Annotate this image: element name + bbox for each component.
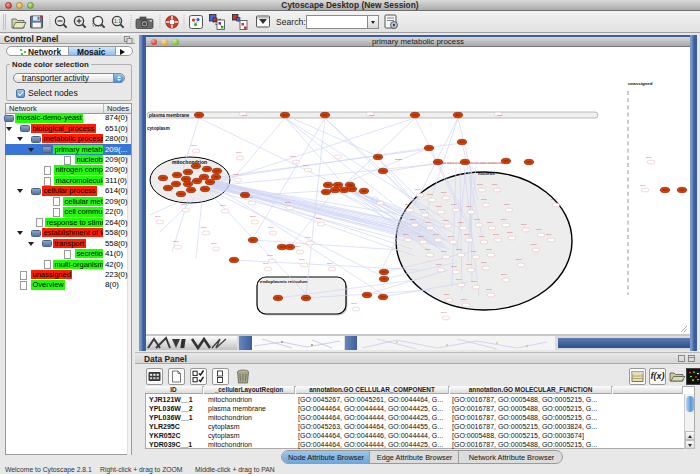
svg-text:abcde: abcde [458, 221, 465, 223]
svg-text:abcde: abcde [504, 203, 511, 205]
svg-text:abcde: abcde [466, 263, 473, 265]
svg-text:cytoplasm: cytoplasm [147, 126, 170, 131]
svg-text:abcde: abcde [516, 258, 523, 260]
svg-text:abcde: abcde [425, 248, 432, 250]
svg-text:abcde: abcde [418, 235, 425, 237]
svg-text:abcde: abcde [464, 233, 471, 235]
svg-text:abcde: abcde [456, 248, 463, 250]
svg-text:abcde: abcde [415, 188, 422, 190]
svg-text:abcde: abcde [267, 254, 274, 256]
svg-text:abcde: abcde [481, 261, 488, 263]
svg-text:abcde: abcde [501, 218, 508, 220]
svg-text:abcde: abcde [493, 233, 500, 235]
svg-text:abcde: abcde [456, 278, 463, 280]
svg-text:endoplasmic reticulum: endoplasmic reticulum [260, 279, 308, 284]
svg-text:abcde: abcde [507, 231, 514, 233]
svg-text:abcde: abcde [471, 280, 478, 282]
svg-text:abcde: abcde [155, 215, 162, 217]
svg-text:abcde: abcde [441, 250, 448, 252]
svg-text:abcde: abcde [546, 233, 553, 235]
svg-text:abcde: abcde [474, 218, 481, 220]
svg-text:abcde: abcde [433, 233, 440, 235]
svg-text:aaaa-aaaaa-aa aaaaaa-aaaa aaa-: aaaa-aaaaa-aa aaaaaa-aaaa aaa-aaaaa-aaaa… [440, 162, 503, 165]
svg-text:abcde: abcde [233, 173, 240, 175]
svg-text:abcde: abcde [492, 183, 499, 185]
svg-text:abcde: abcde [551, 198, 558, 200]
svg-text:abcde: abcde [299, 258, 306, 260]
svg-text:abcde: abcde [461, 298, 468, 300]
svg-text:abcde: abcde [305, 236, 312, 238]
svg-text:abcde: abcde [420, 208, 427, 210]
svg-text:abcde: abcde [436, 205, 443, 207]
svg-text:abcde: abcde [441, 311, 448, 313]
svg-text:abcde: abcde [173, 240, 180, 242]
svg-text:abcde: abcde [536, 228, 543, 230]
svg-text:abcde: abcde [448, 235, 455, 237]
svg-text:abcde: abcde [479, 235, 486, 237]
svg-text:abcde: abcde [201, 226, 208, 228]
svg-text:abcde: abcde [250, 215, 257, 217]
svg-text:abcde: abcde [316, 217, 323, 219]
svg-text:abcde: abcde [441, 191, 448, 193]
svg-text:abcde: abcde [425, 221, 432, 223]
svg-text:abcde: abcde [242, 114, 249, 116]
svg-text:abcde: abcde [497, 114, 504, 116]
svg-text:abcde: abcde [220, 204, 227, 206]
svg-text:abcde: abcde [640, 184, 647, 186]
svg-text:mitochondrion: mitochondrion [172, 159, 207, 165]
svg-text:abcde: abcde [191, 144, 198, 146]
svg-text:Search:: Search: [276, 17, 306, 27]
svg-text:abcde: abcde [263, 262, 270, 264]
svg-text:abcde: abcde [181, 203, 188, 205]
svg-text:unassigned: unassigned [628, 81, 653, 86]
svg-text:abcde: abcde [327, 262, 334, 264]
svg-text:abcde: abcde [477, 183, 484, 185]
svg-text:abcde: abcde [351, 302, 358, 304]
svg-text:nucleus: nucleus [478, 171, 495, 176]
svg-text:abcde: abcde [466, 205, 473, 207]
svg-text:abcde: abcde [471, 250, 478, 252]
svg-text:abcde: abcde [443, 219, 450, 221]
svg-text:aaaaa: aaaaa [395, 158, 402, 161]
svg-text:abcde: abcde [451, 203, 458, 205]
svg-text:abcde: abcde [531, 243, 538, 245]
svg-text:abcde: abcde [290, 155, 297, 157]
svg-text:abcde: abcde [268, 226, 275, 228]
svg-text:abcde: abcde [369, 114, 376, 116]
svg-text:abcde: abcde [295, 245, 302, 247]
svg-text:abcde: abcde [486, 288, 493, 290]
svg-text:abcde: abcde [487, 221, 494, 223]
svg-text:abcde: abcde [521, 223, 528, 225]
svg-text:abcde: abcde [405, 203, 412, 205]
svg-text:abcde: abcde [486, 248, 493, 250]
svg-text:abcde: abcde [285, 201, 292, 203]
svg-text:abcde: abcde [410, 218, 417, 220]
svg-text:abcde: abcde [444, 293, 451, 295]
svg-text:plasma membrane: plasma membrane [149, 113, 190, 118]
svg-text:abcde: abcde [211, 242, 218, 244]
svg-text:abcde: abcde [403, 233, 410, 235]
svg-text:abcde: abcde [646, 156, 653, 158]
svg-text:abcde: abcde [236, 151, 243, 153]
svg-text:abcde: abcde [481, 198, 488, 200]
svg-text:abcde: abcde [501, 273, 508, 275]
svg-text:abcde: abcde [303, 164, 310, 166]
svg-text:abcde: abcde [451, 265, 458, 267]
svg-text:abcde: abcde [427, 193, 434, 195]
svg-text:abcde: abcde [436, 263, 443, 265]
